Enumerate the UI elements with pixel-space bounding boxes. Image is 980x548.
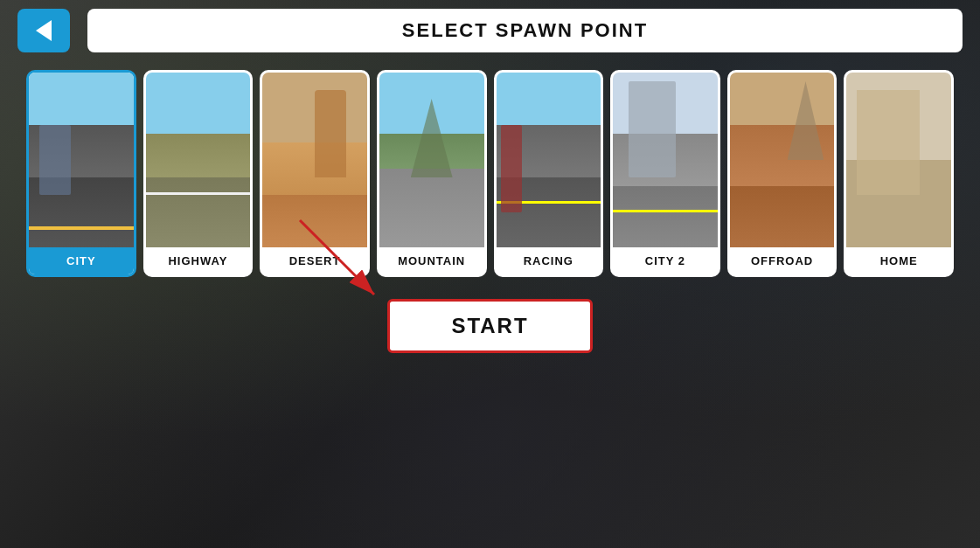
spawn-label-racing: RACING xyxy=(497,247,601,274)
start-button[interactable]: START xyxy=(387,299,592,353)
spawn-scene-desert xyxy=(262,73,367,247)
spawn-card-offroad[interactable]: OFFROAD xyxy=(727,70,838,277)
page-title: SELECT SPAWN POINT xyxy=(402,19,648,42)
spawn-card-city2[interactable]: CITY 2 xyxy=(610,70,720,277)
spawn-card-racing[interactable]: RACING xyxy=(494,70,604,277)
spawn-label-desert: DESERT xyxy=(262,247,367,274)
back-button[interactable] xyxy=(17,9,70,52)
start-btn-container: START xyxy=(387,299,592,353)
spawn-card-highway[interactable]: HIGHWAY xyxy=(143,70,254,277)
title-box: SELECT SPAWN POINT xyxy=(87,9,963,52)
spawn-label-city2: CITY 2 xyxy=(613,247,718,274)
spawn-card-home[interactable]: HOME xyxy=(844,70,954,277)
spawn-scene-mountain xyxy=(379,73,484,247)
spawn-scene-city2 xyxy=(613,73,718,247)
spawn-label-city: CITY xyxy=(29,247,134,274)
spawn-cards-area: CITYHIGHWAYDESERTMOUNTAINRACINGCITY 2OFF… xyxy=(0,61,980,286)
spawn-scene-city xyxy=(29,73,134,247)
back-arrow-icon xyxy=(36,20,52,41)
spawn-card-desert[interactable]: DESERT xyxy=(260,70,370,277)
spawn-label-home: HOME xyxy=(846,247,951,274)
spawn-scene-highway xyxy=(146,73,251,247)
spawn-card-mountain[interactable]: MOUNTAIN xyxy=(377,70,487,277)
spawn-scene-home xyxy=(846,73,951,247)
spawn-label-highway: HIGHWAY xyxy=(146,247,251,274)
spawn-card-city[interactable]: CITY xyxy=(26,70,136,277)
header: SELECT SPAWN POINT xyxy=(0,0,980,61)
bottom-area: START xyxy=(0,286,980,353)
spawn-label-mountain: MOUNTAIN xyxy=(379,247,484,274)
spawn-scene-racing xyxy=(497,73,601,247)
spawn-scene-offroad xyxy=(730,73,835,247)
spawn-label-offroad: OFFROAD xyxy=(730,247,835,274)
